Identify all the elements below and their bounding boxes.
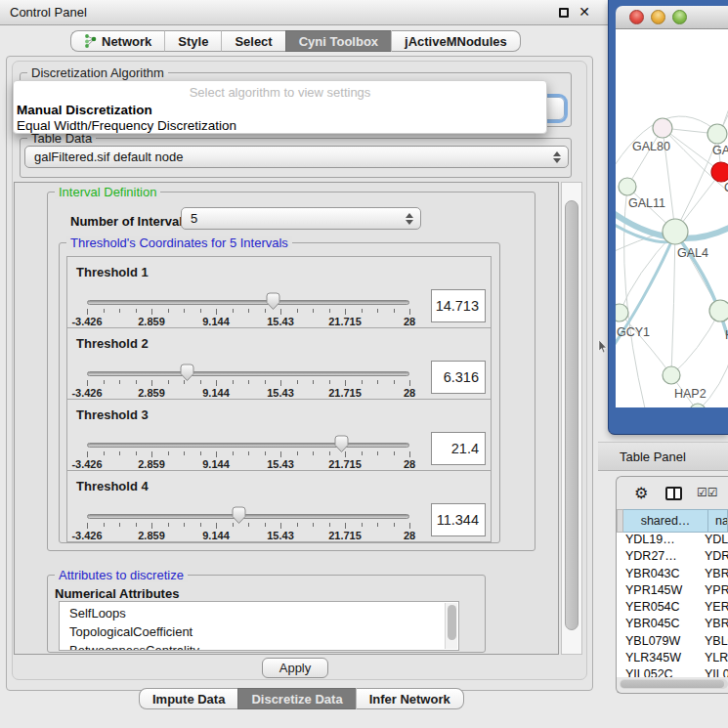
table-data-combobox[interactable]: galFiltered.sif default node (24, 146, 569, 168)
tab-cyni-toolbox[interactable]: Cyni Toolbox (285, 30, 391, 52)
table-row[interactable]: YIL052CYIL0 (617, 667, 728, 677)
slider-tick (313, 523, 314, 527)
threshold-4-slider-thumb[interactable] (232, 506, 246, 525)
network-node-hap2[interactable] (663, 366, 680, 384)
slider-tick (216, 451, 217, 457)
tab-style[interactable]: Style (164, 30, 221, 52)
slider-tick (136, 380, 137, 384)
attribute-item-selfloops[interactable]: SelfLoops (69, 604, 458, 622)
slider-tick (329, 309, 330, 313)
network-node-node-red[interactable] (711, 162, 728, 182)
threshold-2-slider-thumb[interactable] (180, 364, 194, 382)
slider-tick (136, 523, 137, 527)
table-row[interactable]: YBR043CYBR0 (617, 567, 728, 583)
close-icon[interactable]: ✕ (578, 4, 590, 20)
cell-name: YBR0 (702, 567, 728, 583)
table-row[interactable]: YPR145WYPR1 (617, 583, 728, 600)
network-node-gal4[interactable] (663, 219, 688, 244)
slider-scale-label: 21.715 (328, 458, 362, 470)
table-row[interactable]: YER054CYER0 (617, 600, 728, 617)
column-header-name[interactable]: na (708, 509, 728, 533)
network-node-gal80[interactable] (653, 118, 672, 138)
table-row[interactable]: YDL19…YDL1 (617, 533, 728, 549)
tab-discretize-data[interactable]: Discretize Data (237, 688, 355, 709)
slider-tick (119, 380, 120, 384)
checkboxes-icon[interactable]: ☑☑ (697, 486, 718, 499)
float-window-icon[interactable] (559, 8, 569, 18)
vertical-scrollbar[interactable] (561, 182, 582, 655)
vertical-scrollbar-thumb[interactable] (565, 200, 578, 630)
slider-scale-label: 21.715 (328, 530, 362, 541)
node-label-hap2: HAP2 (674, 387, 707, 401)
columns-icon[interactable] (665, 487, 682, 500)
network-window-titlebar[interactable] (616, 6, 728, 29)
network-node-node-top-right[interactable] (707, 124, 727, 144)
minimize-traffic-light-icon[interactable] (651, 10, 665, 24)
apply-button[interactable]: Apply (262, 658, 328, 678)
slider-tick (151, 309, 152, 315)
tab-impute-data[interactable]: Impute Data (139, 688, 237, 709)
slider-tick (248, 380, 249, 384)
table-toolbar: ⚙ ☑☑ (617, 477, 728, 509)
tab-label: Cyni Toolbox (299, 34, 378, 49)
tab-select[interactable]: Select (221, 30, 284, 52)
tab-jactivemnodules[interactable]: jActiveMNodules (391, 30, 521, 52)
node-label-node-red: C (724, 181, 728, 194)
table-row[interactable]: YBL079WYBL0 (617, 634, 728, 651)
threshold-3-slider-track[interactable] (87, 443, 409, 448)
slider-scale-label: 2.859 (138, 316, 165, 327)
bottom-tab-bar: Impute DataDiscretize DataInfer Network (139, 688, 464, 709)
close-traffic-light-icon[interactable] (629, 10, 644, 24)
numerical-attributes-list[interactable]: SelfLoopsTopologicalCoefficientBetweenne… (59, 601, 459, 651)
network-node-node-h[interactable] (709, 300, 728, 321)
threshold-1-slider-track[interactable] (87, 300, 409, 305)
attribute-item-betweennesscentrality[interactable]: BetweennessCentrality (69, 641, 458, 651)
table-row[interactable]: YLR345WYLR3 (617, 651, 728, 667)
table-row[interactable]: YBR045CYBR0 (617, 617, 728, 633)
slider-tick (394, 380, 395, 384)
slider-tick (184, 451, 185, 455)
slider-tick (313, 451, 314, 455)
zoom-traffic-light-icon[interactable] (672, 10, 687, 24)
tab-infer-network[interactable]: Infer Network (356, 688, 464, 709)
slider-scale-label: 2.859 (138, 530, 165, 541)
cell-shared-name: YBR045C (617, 617, 702, 633)
threshold-3-slider-thumb[interactable] (334, 435, 349, 453)
slider-tick (200, 380, 201, 384)
node-label-gcy1: GCY1 (617, 325, 650, 339)
threshold-2-slider-track[interactable] (87, 371, 409, 376)
slider-tick (248, 523, 249, 527)
gear-icon[interactable]: ⚙ (634, 484, 648, 502)
threshold-4-value-field[interactable]: 11.344 (431, 503, 486, 536)
slider-tick (329, 451, 330, 455)
menu-item-manual-discretization[interactable]: Manual Discretization (17, 103, 152, 117)
column-header-shared-name[interactable]: shared… (623, 509, 708, 533)
slider-scale-label: 28 (404, 530, 415, 541)
threshold-1-slider-thumb[interactable] (266, 292, 280, 311)
attribute-item-topologicalcoefficient[interactable]: TopologicalCoefficient (69, 622, 458, 641)
slider-tick (377, 380, 378, 384)
number-of-intervals-combobox[interactable]: 5 (181, 207, 421, 230)
slider-tick (409, 451, 410, 457)
slider-tick (377, 451, 378, 455)
slider-tick (104, 380, 105, 384)
tab-network[interactable]: Network (70, 30, 164, 52)
network-icon (84, 34, 97, 48)
list-scrollbar[interactable] (445, 603, 457, 649)
threshold-1-value-field[interactable]: 14.713 (431, 289, 486, 322)
slider-tick (329, 523, 330, 527)
menu-item-equal-width-frequency[interactable]: Equal Width/Frequency Discretization (17, 118, 236, 133)
cell-shared-name: YLR345W (617, 651, 702, 667)
network-canvas[interactable]: GAL80GACGAL11GAL4GCY1HHAP2 (616, 29, 728, 407)
table-row[interactable]: YDR27…YDR2 (617, 549, 728, 566)
horizontal-scrollbar[interactable] (617, 677, 728, 691)
network-node-gcy1[interactable] (616, 304, 628, 321)
threshold-4-slider-track[interactable] (87, 514, 409, 519)
slider-tick (168, 309, 169, 313)
slider-tick (168, 451, 169, 455)
network-node-gal11[interactable] (619, 178, 636, 195)
threshold-2-value-field[interactable]: 6.316 (431, 361, 486, 394)
slider-tick (233, 451, 234, 455)
horizontal-scrollbar-thumb[interactable] (621, 680, 724, 688)
threshold-3-value-field[interactable]: 21.4 (431, 432, 486, 465)
